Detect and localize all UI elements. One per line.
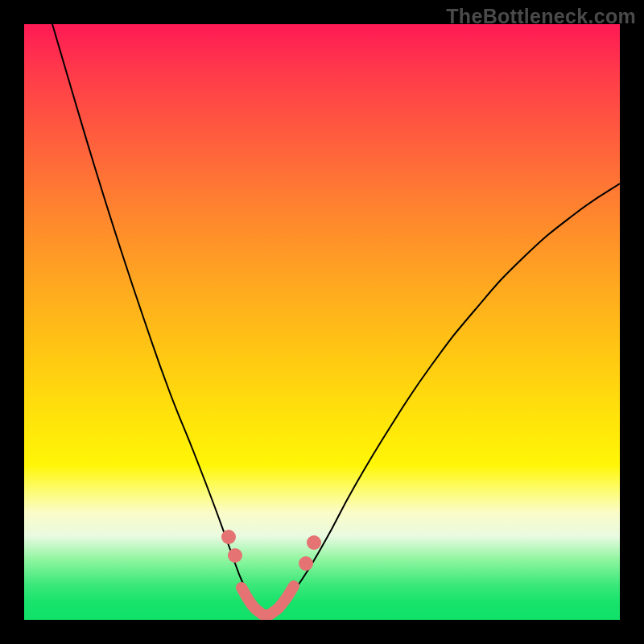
markers-group <box>221 530 321 571</box>
plot-area <box>24 24 620 620</box>
watermark-text: TheBottleneck.com <box>446 5 636 28</box>
chart-overlay <box>24 24 620 620</box>
marker-dot <box>221 530 236 544</box>
marker-dot <box>307 535 321 550</box>
highlight-band <box>242 586 294 615</box>
marker-dot <box>228 548 242 563</box>
curve-right-branch <box>266 184 620 616</box>
curve-left-branch <box>52 24 266 616</box>
marker-dot <box>299 556 313 571</box>
